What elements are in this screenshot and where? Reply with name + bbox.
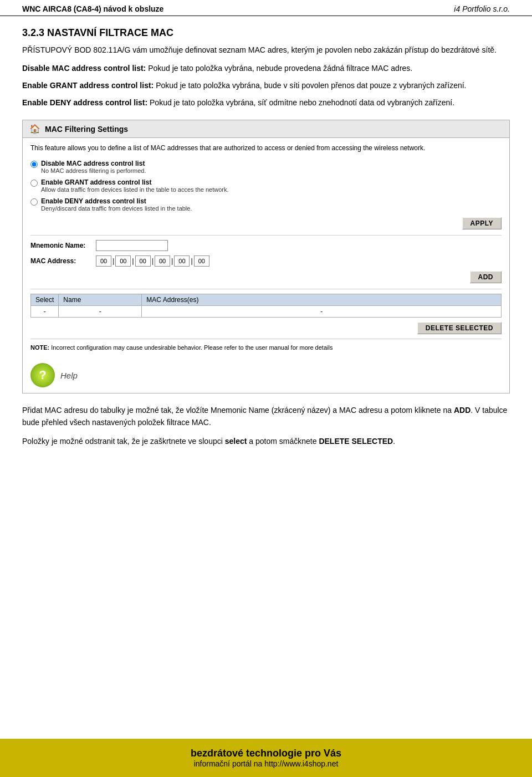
def-grant-term: Enable GRANT address control list: xyxy=(22,81,154,90)
divider2 xyxy=(30,289,502,289)
footer-line1: bezdrátové technologie pro Vás xyxy=(22,748,510,759)
def-disable-term: Disable MAC address control list: xyxy=(22,64,146,73)
table-header-name: Name xyxy=(59,294,142,305)
apply-row: APPLY xyxy=(30,217,502,229)
note-text: NOTE: Incorrect configuration may cause … xyxy=(30,344,502,352)
def-deny: Enable DENY address control list: Pokud … xyxy=(22,97,510,109)
intro-text: PŘÍSTUPOVÝ BOD 802.11A/G vám umožňuje de… xyxy=(22,44,510,56)
footer-line2: informační portál na http://www.i4shop.n… xyxy=(22,759,510,768)
body-para2-mid: a potom smáčknete xyxy=(247,437,319,446)
mac-field-2[interactable] xyxy=(115,255,131,267)
def-grant: Enable GRANT address control list: Pokud… xyxy=(22,80,510,91)
note-content: Incorrect configuration may cause undesi… xyxy=(49,344,332,351)
radio-grant: Enable GRANT address control list Allow … xyxy=(30,178,502,193)
radio-deny-sublabel: Deny/discard data traffic from devices l… xyxy=(41,205,192,212)
table-cell-select: - xyxy=(31,305,59,317)
ui-box-title-bar: 🏠 MAC Filtering Settings xyxy=(23,120,509,138)
body-para2: Položky je možné odstranit tak, že je za… xyxy=(22,436,510,448)
table-cell-name: - xyxy=(59,305,142,317)
body-para2-start: Položky je možné odstranit tak, že je za… xyxy=(22,437,225,446)
mac-field-3[interactable] xyxy=(135,255,151,267)
mnemonic-input[interactable] xyxy=(96,240,168,251)
help-icon[interactable]: ? xyxy=(30,363,55,387)
radio-disable-label: Disable MAC address control list xyxy=(41,160,146,167)
def-deny-text: Pokud je tato položka vybrána, síť odmít… xyxy=(147,98,454,107)
mac-filtering-ui-box: 🏠 MAC Filtering Settings This feature al… xyxy=(22,120,510,393)
divider1 xyxy=(30,235,502,236)
body-para1: Přidat MAC adresu do tabulky je možné ta… xyxy=(22,405,510,428)
radio-grant-input[interactable] xyxy=(30,180,38,187)
table-cell-mac: - xyxy=(142,305,502,317)
radio-deny-label: Enable DENY address control list xyxy=(41,197,192,205)
ui-box-description: This feature allows you to define a list… xyxy=(30,144,502,153)
footer-line2-text: informační portál na http://www.i4shop.n… xyxy=(194,759,339,768)
add-row: ADD xyxy=(30,271,502,283)
table-row: - - - xyxy=(31,305,502,317)
section-title: 3.2.3 NASTAVNÍ FILTRACE MAC xyxy=(22,27,510,39)
radio-deny-input[interactable] xyxy=(30,198,38,206)
radio-deny: Enable DENY address control list Deny/di… xyxy=(30,197,502,212)
mac-table: Select Name MAC Address(es) - - - xyxy=(30,294,502,318)
page: WNC AIRCA8 (CA8-4) návod k obsluze i4 Po… xyxy=(0,0,532,777)
radio-disable-input[interactable] xyxy=(30,161,38,168)
mac-field-4[interactable] xyxy=(155,255,170,267)
def-grant-text: Pokud je tato položka vybrána, bude v sí… xyxy=(154,81,466,90)
main-content: 3.2.3 NASTAVNÍ FILTRACE MAC PŘÍSTUPOVÝ B… xyxy=(0,16,532,739)
mac-label: MAC Address: xyxy=(30,257,91,265)
table-header-mac: MAC Address(es) xyxy=(142,294,502,305)
apply-button[interactable]: APPLY xyxy=(462,217,502,229)
delete-selected-button[interactable]: DELETE SELECTED xyxy=(417,322,502,334)
delete-row: DELETE SELECTED xyxy=(30,322,502,334)
mnemonic-label: Mnemonic Name: xyxy=(30,242,91,249)
body-para2-bold1: select xyxy=(225,437,247,446)
ui-box-title-text: MAC Filtering Settings xyxy=(45,125,128,134)
table-header-select: Select xyxy=(31,294,59,305)
mnemonic-row: Mnemonic Name: xyxy=(30,240,502,251)
help-row: ? Help xyxy=(30,360,502,387)
body-para2-end: . xyxy=(393,437,395,446)
ui-box-body: This feature allows you to define a list… xyxy=(23,138,509,393)
add-button[interactable]: ADD xyxy=(470,271,502,283)
note-bold: NOTE: xyxy=(30,344,49,351)
house-icon: 🏠 xyxy=(29,124,40,134)
def-disable: Disable MAC address control list: Pokud … xyxy=(22,63,510,74)
mac-field-1[interactable] xyxy=(96,255,111,267)
mac-address-row: MAC Address: | | | | | xyxy=(30,255,502,267)
def-deny-term: Enable DENY address control list: xyxy=(22,98,147,107)
def-disable-text: Pokud je tato položka vybrána, nebude pr… xyxy=(146,64,412,73)
page-header: WNC AIRCA8 (CA8-4) návod k obsluze i4 Po… xyxy=(0,0,532,16)
radio-grant-sublabel: Allow data traffic from devices listed i… xyxy=(41,186,229,193)
page-footer: bezdrátové technologie pro Vás informačn… xyxy=(0,739,532,777)
radio-grant-label: Enable GRANT address control list xyxy=(41,178,229,186)
header-title-right: i4 Portfolio s.r.o. xyxy=(454,4,510,13)
radio-disable: Disable MAC address control list No MAC … xyxy=(30,160,502,174)
mac-fields: | | | | | xyxy=(96,255,209,267)
body-para1-bold: ADD xyxy=(454,406,470,415)
header-title-left: WNC AIRCA8 (CA8-4) návod k obsluze xyxy=(22,4,163,13)
body-para2-bold2: DELETE SELECTED xyxy=(319,437,393,446)
divider3 xyxy=(30,339,502,339)
mac-field-5[interactable] xyxy=(174,255,190,267)
mac-field-6[interactable] xyxy=(194,255,209,267)
help-label: Help xyxy=(60,371,78,380)
body-para1-start: Přidat MAC adresu do tabulky je možné ta… xyxy=(22,406,454,415)
radio-disable-sublabel: No MAC address filtering is performed. xyxy=(41,167,146,174)
